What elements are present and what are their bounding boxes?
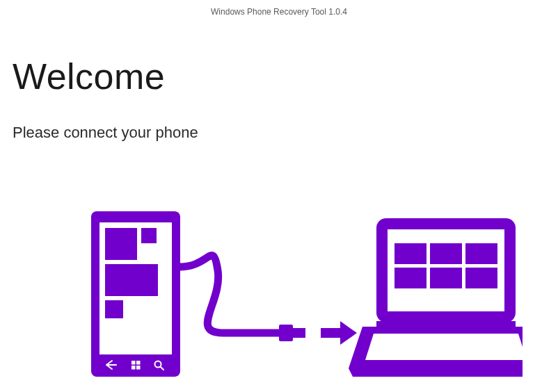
svg-rect-20 [394, 243, 427, 264]
svg-marker-29 [349, 368, 523, 377]
svg-rect-21 [430, 243, 462, 264]
svg-rect-12 [279, 325, 293, 341]
svg-rect-15 [305, 336, 308, 339]
phone-to-laptop-icon [35, 197, 523, 392]
svg-rect-14 [305, 327, 308, 329]
svg-rect-4 [105, 264, 158, 296]
svg-rect-3 [141, 228, 157, 243]
page-heading: Welcome [13, 58, 558, 95]
svg-rect-5 [105, 300, 123, 318]
svg-rect-8 [131, 366, 136, 370]
svg-rect-9 [136, 366, 141, 370]
svg-marker-17 [340, 321, 357, 345]
svg-rect-22 [465, 243, 497, 264]
window-title: Windows Phone Recovery Tool 1.0.4 [0, 0, 558, 17]
svg-rect-25 [465, 268, 497, 288]
svg-rect-7 [136, 361, 141, 365]
svg-rect-24 [430, 268, 462, 288]
connect-illustration [0, 197, 558, 392]
svg-rect-23 [394, 268, 427, 288]
svg-rect-6 [131, 361, 136, 365]
main-content: Welcome Please connect your phone [0, 17, 558, 142]
svg-rect-16 [321, 328, 340, 338]
svg-rect-13 [293, 328, 305, 338]
svg-marker-28 [365, 334, 523, 360]
svg-rect-26 [376, 321, 516, 327]
page-subtitle: Please connect your phone [13, 124, 558, 142]
svg-rect-2 [105, 228, 137, 260]
